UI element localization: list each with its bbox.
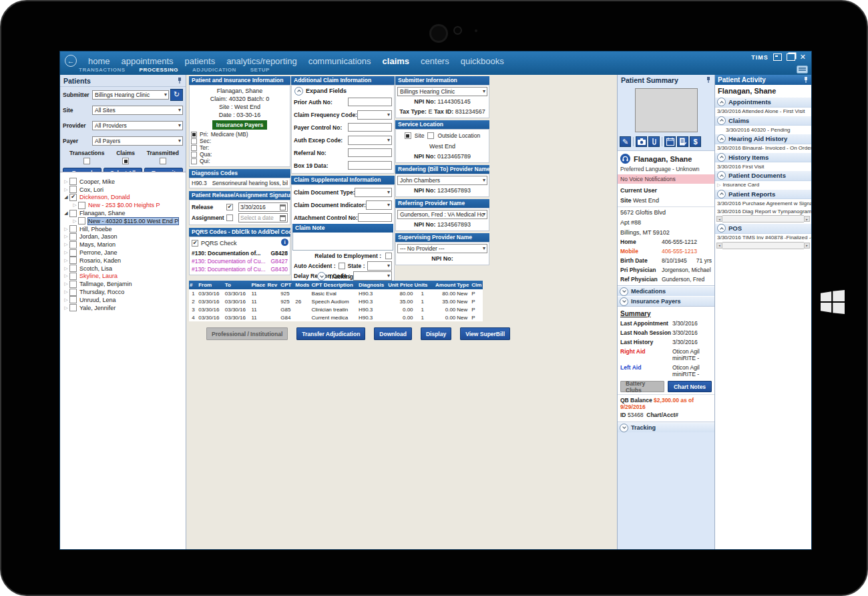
patient-row[interactable]: ▷Yale, Jennifer xyxy=(60,304,186,312)
nav-communications[interactable]: communications xyxy=(308,56,371,66)
activity-section-hearing-aid-history[interactable]: Hearing Aid History xyxy=(715,134,811,144)
patient-row[interactable]: ▷Rosario, Kaden xyxy=(60,257,186,265)
patient-row[interactable]: ▷Cooper, Mike xyxy=(60,178,186,186)
activity-item[interactable]: 3/30/2016 Diag Report w Tympanogram - W xyxy=(715,207,811,215)
filter-select-site[interactable]: All Sites xyxy=(92,106,183,115)
refresh-button[interactable]: ↻ xyxy=(170,89,183,101)
patient-checkbox[interactable] xyxy=(69,233,77,241)
tracking-row[interactable]: 103/30/1603/30/1611925Basic EvalH90.380.… xyxy=(189,289,483,297)
patient-checkbox[interactable] xyxy=(69,281,77,288)
scroll-right-icon[interactable]: ▸ xyxy=(804,216,810,222)
assignment-checkbox[interactable] xyxy=(226,214,233,221)
patient-checkbox[interactable] xyxy=(69,225,77,233)
subnav-transactions[interactable]: TRANSACTIONS xyxy=(79,67,126,73)
auto-accident-checkbox[interactable] xyxy=(339,263,345,269)
chevron-up-icon[interactable] xyxy=(717,116,726,125)
patient-checkbox[interactable] xyxy=(69,186,77,193)
scroll-left-icon[interactable]: ◂ xyxy=(716,216,722,222)
tracking-row[interactable]: 403/30/1603/30/1611G84Current medicaH90.… xyxy=(189,313,483,321)
expander-icon[interactable]: ▷ xyxy=(63,250,69,255)
chevron-up-icon[interactable] xyxy=(717,153,726,162)
payer-checkbox[interactable] xyxy=(191,152,197,158)
expander-icon[interactable]: ▷ xyxy=(63,273,69,279)
calendar-icon[interactable] xyxy=(664,136,676,147)
nav-claims[interactable]: claims xyxy=(383,56,409,66)
activity-item[interactable]: 3/30/2016 First Visit xyxy=(715,162,811,170)
activity-section-pos[interactable]: POS xyxy=(715,223,811,234)
activity-item[interactable]: ▷Insurance Card xyxy=(715,181,811,189)
info-icon[interactable]: i xyxy=(281,239,288,246)
expander-open-icon[interactable]: ◢ xyxy=(63,210,69,216)
patient-row[interactable]: ▷Tallmage, Benjamin xyxy=(60,280,186,288)
provider-select[interactable]: --- No Provider --- xyxy=(397,244,487,253)
patient-row[interactable]: ▷Mays, Marion xyxy=(60,241,186,249)
activity-item[interactable]: 3/30/2016 Purchase Agreement w Signature xyxy=(715,199,811,207)
payer-checkbox[interactable] xyxy=(191,145,197,151)
patient-row[interactable]: ▷Cox, Lori xyxy=(60,186,186,194)
activity-item[interactable]: 3/30/2016 40320 - Pending xyxy=(715,126,811,134)
medications-section-bar[interactable]: Medications xyxy=(618,286,714,296)
patient-checkbox[interactable] xyxy=(69,304,77,311)
expander-open-icon[interactable]: ◢ xyxy=(63,194,69,200)
outside-location-checkbox[interactable] xyxy=(427,132,434,139)
patient-checkbox[interactable] xyxy=(69,273,77,280)
attachment-control-no--input[interactable] xyxy=(358,213,392,222)
scrollbar-track[interactable] xyxy=(722,215,804,222)
expander-icon[interactable]: ▷ xyxy=(71,202,78,208)
employment-checkbox[interactable] xyxy=(385,253,392,259)
pqrs-code-row[interactable]: #130: Documentation of Cu...G8427 xyxy=(190,257,290,265)
claim-row[interactable]: ▷New - 40320 $115.00 West End P xyxy=(60,217,186,225)
subnav-setup[interactable]: SETUP xyxy=(250,67,270,73)
dock-window-icon[interactable] xyxy=(773,53,782,61)
tracking-collapse-icon[interactable] xyxy=(317,272,326,281)
claim-note-textarea[interactable] xyxy=(292,233,393,251)
chart-notes-button[interactable]: Chart Notes xyxy=(668,381,712,392)
release-checkbox[interactable] xyxy=(226,204,233,210)
expander-icon[interactable]: ▷ xyxy=(63,242,69,247)
patient-row[interactable]: ▷Thursday, Rocco xyxy=(60,288,186,296)
expander-icon[interactable]: ▷ xyxy=(63,234,69,239)
patient-row[interactable]: ▷Jordan, Jason xyxy=(60,233,186,241)
patient-row[interactable]: ▷Perrone, Jane xyxy=(60,249,186,257)
patient-row[interactable]: ▷Scotch, Lisa xyxy=(60,265,186,273)
activity-section-appointments[interactable]: Appointments xyxy=(715,97,811,108)
pin-icon[interactable] xyxy=(803,77,809,84)
toggle-checkbox-transmitted[interactable] xyxy=(160,158,166,164)
close-icon[interactable]: ✕ xyxy=(800,54,806,60)
horizontal-scrollbar[interactable]: ◂▸ xyxy=(716,216,810,222)
chevron-up-icon[interactable] xyxy=(717,224,726,233)
site-checkbox[interactable] xyxy=(405,132,411,139)
pqrs-check-checkbox[interactable] xyxy=(192,240,198,247)
delay-reason-select[interactable] xyxy=(353,271,392,281)
chevron-down-icon[interactable] xyxy=(620,297,628,306)
assignment-date-field[interactable]: Select a date xyxy=(238,213,288,222)
restore-window-icon[interactable] xyxy=(787,53,795,61)
box-19-data--input[interactable] xyxy=(348,161,392,170)
nav-patients[interactable]: patients xyxy=(185,56,216,66)
activity-section-patient-reports[interactable]: Patient Reports xyxy=(715,189,811,200)
chevron-up-icon[interactable] xyxy=(717,134,726,143)
nav-analytics-reporting[interactable]: analytics/reporting xyxy=(226,56,297,66)
nav-quickbooks[interactable]: quickbooks xyxy=(461,56,504,66)
calendar-icon[interactable] xyxy=(280,204,286,210)
provider-select[interactable]: Gunderson, Fred : VA Medical Hc xyxy=(397,210,487,219)
filter-select-provider[interactable]: All Providers xyxy=(92,121,183,130)
activity-item[interactable]: 3/30/2016 Binaural- Invoiced - On Order xyxy=(715,144,811,152)
filter-select-payer[interactable]: All Payers xyxy=(92,136,183,146)
patient-checkbox[interactable] xyxy=(69,241,77,249)
display-button[interactable]: Display xyxy=(421,327,451,340)
activity-section-patient-documents[interactable]: Patient Documents xyxy=(715,170,811,181)
professional-institutional-button[interactable]: Professional / Institutional xyxy=(206,327,288,340)
expander-icon[interactable]: ▷ xyxy=(717,182,720,187)
prior-auth-no--input[interactable] xyxy=(348,98,392,106)
patient-row[interactable]: ▷Skyline, Laura xyxy=(60,273,186,281)
activity-section-history-items[interactable]: History Items xyxy=(715,152,811,163)
subnav-adjudication[interactable]: ADJUDICATION xyxy=(192,67,236,73)
nav-appointments[interactable]: appointments xyxy=(122,56,174,66)
chevron-down-icon[interactable] xyxy=(620,287,628,296)
tracking-collapse-icon[interactable] xyxy=(620,424,628,432)
payer-control-no--input[interactable] xyxy=(348,123,392,132)
subnav-processing[interactable]: PROCESSING xyxy=(140,67,178,73)
expander-icon[interactable]: ▷ xyxy=(63,258,69,263)
patient-checkbox[interactable] xyxy=(69,296,77,303)
